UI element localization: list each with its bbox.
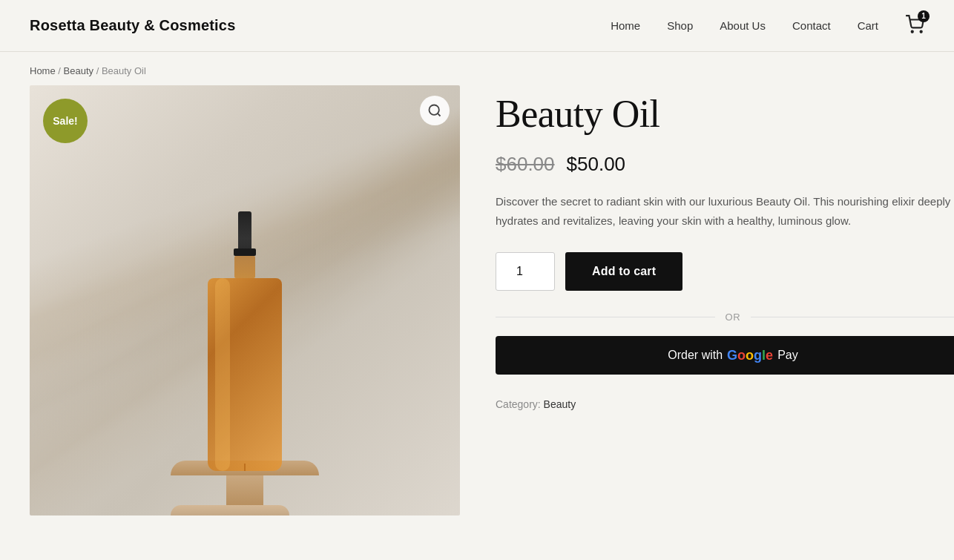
or-label: OR <box>726 312 741 323</box>
breadcrumb-home[interactable]: Home <box>30 65 56 76</box>
breadcrumb-sep1: / <box>58 65 63 76</box>
svg-point-0 <box>912 30 913 32</box>
category-label: Category: <box>496 398 541 410</box>
cart-icon-button[interactable]: 1 <box>905 15 924 37</box>
price-original: $60.00 <box>496 153 555 176</box>
price-sale: $50.00 <box>567 153 626 176</box>
breadcrumb-sep2: / <box>96 65 102 76</box>
zoom-icon <box>427 103 442 118</box>
add-to-cart-button[interactable]: Add to cart <box>565 252 682 291</box>
google-pay-button[interactable]: Order with Google Pay <box>496 336 954 375</box>
pay-text: Pay <box>777 349 798 362</box>
stand-top <box>171 505 289 515</box>
zoom-button[interactable] <box>420 96 450 125</box>
or-line-left <box>496 317 715 317</box>
quantity-input[interactable] <box>496 252 555 291</box>
breadcrumb-current: Beauty Oil <box>102 65 146 76</box>
product-bottle <box>208 211 282 471</box>
stand-stem <box>226 475 263 505</box>
svg-point-2 <box>430 105 439 115</box>
product-title: Beauty Oil <box>496 93 954 135</box>
nav-shop[interactable]: Shop <box>667 19 693 32</box>
add-to-cart-row: Add to cart <box>496 252 954 291</box>
category-row: Category: Beauty <box>496 398 954 410</box>
brand-logo: Rosetta Beauty & Cosmetics <box>30 17 236 34</box>
breadcrumb: Home / Beauty / Beauty Oil <box>0 52 954 85</box>
nav-cart[interactable]: Cart <box>858 19 878 32</box>
bottle-body <box>208 278 282 471</box>
google-g-icon: Google <box>727 348 773 363</box>
bottle-neck <box>234 256 255 278</box>
main-content: Sale! Beauty Oil <box>0 85 954 545</box>
svg-point-1 <box>921 30 922 32</box>
order-with-text: Order with <box>668 349 723 362</box>
breadcrumb-category[interactable]: Beauty <box>64 65 93 76</box>
product-image-wrap: Sale! <box>30 85 460 515</box>
cart-count-badge: 1 <box>918 10 930 22</box>
nav-about[interactable]: About Us <box>720 19 766 32</box>
product-image <box>30 85 460 515</box>
bottle-cap <box>238 211 251 256</box>
nav-contact[interactable]: Contact <box>792 19 831 32</box>
svg-line-3 <box>438 113 441 116</box>
main-nav: Home Shop About Us Contact Cart 1 <box>611 15 924 37</box>
product-details: Beauty Oil $60.00 $50.00 Discover the se… <box>496 85 954 515</box>
category-link[interactable]: Beauty <box>544 398 576 410</box>
or-line-right <box>751 317 954 317</box>
price-row: $60.00 $50.00 <box>496 153 954 176</box>
or-divider: OR <box>496 312 954 323</box>
nav-home[interactable]: Home <box>611 19 640 32</box>
sale-badge: Sale! <box>43 99 88 143</box>
bottle-dropper <box>244 464 246 471</box>
product-description: Discover the secret to radiant skin with… <box>496 192 954 230</box>
